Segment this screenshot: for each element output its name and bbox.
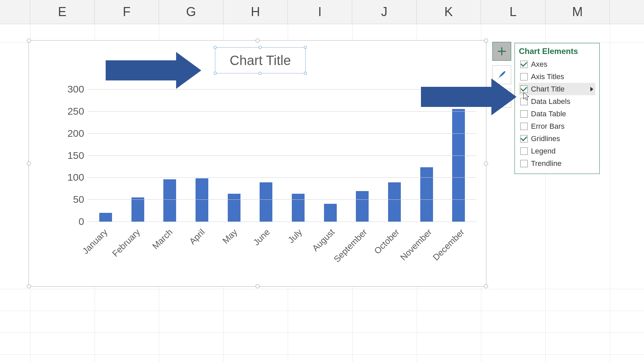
option-label: Legend — [531, 147, 555, 156]
gridline — [88, 133, 477, 134]
x-tick-label: February — [135, 227, 142, 234]
y-tick-label: 200 — [62, 128, 84, 139]
column-header[interactable]: G — [159, 0, 223, 24]
annotation-arrow — [106, 52, 201, 89]
resize-handle[interactable] — [27, 284, 31, 288]
annotation-arrow — [421, 78, 517, 115]
gridline — [88, 177, 477, 178]
x-tick-label: May — [232, 227, 239, 234]
y-tick-label: 250 — [62, 106, 84, 117]
title-handle[interactable] — [304, 72, 307, 75]
x-tick-label: April — [200, 227, 207, 234]
checkbox[interactable] — [520, 110, 528, 118]
chart-title[interactable]: Chart Title — [215, 47, 306, 73]
title-handle[interactable] — [304, 46, 307, 49]
chart-element-option[interactable]: Axes — [519, 58, 595, 70]
chart-element-option[interactable]: Legend — [519, 145, 595, 157]
data-bar[interactable] — [292, 194, 305, 222]
column-header[interactable]: L — [481, 0, 545, 24]
chart-element-option[interactable]: Data Labels — [519, 95, 595, 108]
y-tick-label: 0 — [62, 216, 84, 227]
y-tick-label: 150 — [62, 150, 84, 161]
x-tick-label: August — [329, 227, 337, 234]
x-axis[interactable]: JanuaryFebruaryMarchAprilMayJuneJulyAugu… — [88, 224, 477, 281]
title-handle[interactable] — [214, 46, 217, 49]
chart-element-option[interactable]: Gridlines — [519, 132, 595, 145]
y-tick-label: 100 — [62, 172, 84, 183]
option-label: Trendline — [531, 159, 561, 168]
resize-handle[interactable] — [27, 162, 31, 166]
chart-elements-flyout[interactable]: Chart Elements AxesAxis TitlesChart Titl… — [515, 43, 600, 174]
x-tick-label: July — [297, 227, 304, 234]
column-header[interactable]: E — [30, 0, 95, 24]
chart-elements-button[interactable] — [492, 42, 511, 61]
chart-title-text[interactable]: Chart Title — [230, 53, 291, 68]
resize-handle[interactable] — [484, 39, 488, 43]
gridline — [88, 156, 477, 156]
y-axis[interactable]: 050100150200250300 — [62, 89, 84, 222]
resize-handle[interactable] — [484, 284, 488, 288]
data-bar[interactable] — [452, 109, 465, 222]
checkbox[interactable] — [520, 135, 528, 142]
y-tick-label: 300 — [62, 83, 84, 95]
column-headers: E F G H I J K L M — [0, 0, 644, 24]
column-header[interactable]: F — [95, 0, 159, 24]
column-header[interactable]: I — [288, 0, 352, 24]
data-bar[interactable] — [260, 182, 272, 222]
x-tick-label: March — [167, 227, 175, 234]
column-header[interactable]: M — [545, 0, 610, 24]
x-tick-label: June — [265, 227, 272, 234]
resize-handle[interactable] — [484, 162, 488, 166]
gridline — [88, 199, 477, 200]
embedded-chart[interactable]: Chart Title 050100150200250300 JanuaryFe… — [29, 40, 486, 287]
plus-icon — [497, 46, 507, 56]
resize-handle[interactable] — [256, 39, 260, 43]
chart-element-option[interactable]: Data Table — [519, 108, 595, 120]
x-tick-label: November — [427, 227, 434, 234]
option-label: Chart Title — [531, 85, 565, 94]
x-tick-label: December — [459, 227, 467, 234]
checkbox[interactable] — [520, 85, 528, 93]
column-header[interactable]: H — [223, 0, 288, 24]
data-bar[interactable] — [196, 178, 208, 222]
gridline — [88, 111, 477, 112]
submenu-caret-icon[interactable] — [590, 87, 593, 92]
resize-handle[interactable] — [27, 39, 31, 43]
chart-element-option[interactable]: Trendline — [519, 157, 595, 170]
data-bar[interactable] — [131, 197, 144, 222]
title-handle[interactable] — [259, 46, 262, 49]
data-bar[interactable] — [324, 204, 337, 222]
checkbox[interactable] — [520, 147, 528, 155]
data-bar[interactable] — [228, 194, 240, 222]
option-label: Gridlines — [531, 134, 560, 143]
y-tick-label: 50 — [62, 194, 84, 205]
data-bar[interactable] — [388, 182, 401, 222]
checkbox[interactable] — [520, 123, 528, 130]
chart-element-option[interactable]: Error Bars — [519, 120, 595, 132]
plot-area[interactable] — [88, 89, 477, 222]
chart-element-option[interactable]: Chart Title — [519, 83, 595, 95]
title-handle[interactable] — [214, 72, 217, 75]
row-header-gutter — [0, 0, 30, 24]
data-bar[interactable] — [420, 167, 433, 222]
title-handle[interactable] — [259, 72, 262, 75]
flyout-title: Chart Elements — [519, 47, 595, 56]
worksheet[interactable]: E F G H I J K L M — [0, 0, 644, 362]
checkbox[interactable] — [520, 98, 528, 105]
gridline — [88, 89, 477, 89]
chart-element-option[interactable]: Axis Titles — [519, 70, 595, 83]
checkbox[interactable] — [520, 73, 528, 80]
checkbox[interactable] — [520, 61, 528, 68]
x-tick-label: September — [362, 227, 369, 234]
data-bar[interactable] — [99, 213, 112, 222]
data-bar[interactable] — [163, 179, 176, 222]
checkbox[interactable] — [520, 160, 528, 167]
column-header[interactable]: K — [417, 0, 481, 24]
resize-handle[interactable] — [256, 284, 260, 288]
gridline — [88, 222, 477, 222]
option-label: Error Bars — [531, 122, 565, 131]
option-label: Axis Titles — [531, 72, 564, 81]
data-bar[interactable] — [356, 191, 369, 222]
option-label: Axes — [531, 60, 547, 69]
column-header[interactable]: J — [352, 0, 417, 24]
